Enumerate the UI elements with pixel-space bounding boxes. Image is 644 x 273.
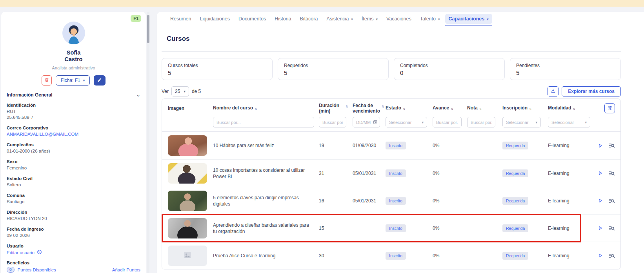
tab-bitacora[interactable]: Bitácora <box>297 14 322 24</box>
course-progress: 0% <box>433 253 467 258</box>
course-thumbnail <box>168 135 207 156</box>
caret-down-icon: ▾ <box>487 17 489 21</box>
sort-icon: ↑↓ <box>573 106 575 111</box>
info-general-section-header[interactable]: Información General ⌄ <box>7 92 140 98</box>
course-details-button[interactable] <box>609 198 615 204</box>
column-header-fecha-de-vencimiento[interactable]: Fecha de vencimiento↑↓ <box>353 103 386 114</box>
filter-input-nota[interactable] <box>467 117 495 127</box>
course-details-button[interactable] <box>609 253 615 258</box>
tab-documentos[interactable]: Documentos <box>235 14 269 24</box>
column-header-inscripcion[interactable]: Inscripción↑↓ <box>502 105 548 111</box>
scrollbar-thumb[interactable] <box>147 15 149 43</box>
field-label: Estado Civil <box>7 176 140 181</box>
caret-down-icon: ▾ <box>438 17 440 21</box>
status-badge: Inscrito <box>386 142 406 149</box>
play-course-button[interactable] <box>598 226 603 231</box>
ban-icon <box>37 249 42 255</box>
inscription-badge: Requerida <box>502 169 528 177</box>
file-number-badge: F1 <box>131 15 141 22</box>
edit-employee-button[interactable] <box>94 75 106 86</box>
field-label: Cumpleaños <box>7 142 140 147</box>
puntos-disponibles-link[interactable]: 0 Puntos Disponibles <box>7 267 56 273</box>
editar-usuario-link[interactable]: Editar usuario <box>7 249 140 255</box>
tab-asistencia[interactable]: Asistencia▾ <box>323 14 357 24</box>
stat-label: Cursos totales <box>168 63 266 68</box>
sort-icon: ↑↓ <box>346 104 347 109</box>
column-header-nombre-del-curso[interactable]: Nombre del curso↑↓ <box>213 105 319 111</box>
employee-sidebar: F1 Sofia Castro Analista administrativo <box>1 12 146 273</box>
field-cumpleanos: Cumpleaños01-01-2000 (26 años) <box>7 142 140 154</box>
table-row: Aprendiendo a diseñar bandas salariales … <box>162 214 620 242</box>
stat-value: 5 <box>516 69 615 76</box>
course-details-button[interactable] <box>609 143 615 148</box>
filter-input-nombre-del-curso[interactable] <box>213 117 314 127</box>
sort-icon: ↑↓ <box>382 104 384 109</box>
tab-talento[interactable]: Talento▾ <box>417 14 444 24</box>
anadir-puntos-link[interactable]: Añadir Puntos <box>112 268 140 272</box>
column-header-avance[interactable]: Avance↑↓ <box>433 105 467 111</box>
play-course-button[interactable] <box>598 143 603 148</box>
stats-row: Cursos totales5Requeridos5Completados0Pe… <box>162 58 621 80</box>
field-fecha-de-ingreso: Fecha de Ingreso09-02-2026 <box>7 227 140 238</box>
caret-down-icon: ▾ <box>422 120 424 124</box>
explore-courses-button[interactable]: Explorar más cursos <box>562 86 621 96</box>
play-course-button[interactable] <box>598 171 603 176</box>
field-direccion: DirecciónRICARDO LYON 20 <box>7 210 140 222</box>
course-details-button[interactable] <box>609 171 615 176</box>
filter-select-modalidad[interactable]: Seleccionar▾ <box>548 117 590 127</box>
delete-employee-button[interactable] <box>42 75 52 86</box>
column-header-modalidad[interactable]: Modalidad↑↓ <box>548 105 595 111</box>
inscription-badge: Requerida <box>502 252 528 260</box>
tab-historia[interactable]: Historia <box>271 14 295 24</box>
page-size-select[interactable]: 25 ▾ <box>171 86 189 96</box>
field-label: Dirección <box>7 210 140 215</box>
employee-role: Analista administrativo <box>7 66 140 70</box>
caret-down-icon: ▾ <box>585 120 587 124</box>
filter-select-inscripcion[interactable]: Seleccionar▾ <box>502 117 541 127</box>
course-thumbnail-placeholder <box>168 246 207 266</box>
field-identificacion: IdentificaciónRUT25.645.589-7 <box>7 103 140 120</box>
ficha-dropdown[interactable]: Ficha: F1 ▾ <box>56 75 90 86</box>
pencil-icon <box>97 78 102 84</box>
stat-card-cursos-totales: Cursos totales5 <box>162 58 273 80</box>
play-course-button[interactable] <box>598 198 603 203</box>
tab-vacaciones[interactable]: Vacaciones <box>383 14 415 24</box>
sliders-icon <box>607 105 613 112</box>
tab-resumen[interactable]: Resumen <box>167 14 195 24</box>
inscription-badge: Requerida <box>502 142 528 149</box>
column-header-duracion-min[interactable]: Duración(min)↑↓ <box>319 103 353 114</box>
usuario-label: Usuario <box>7 244 140 248</box>
filter-input-duracion-min[interactable] <box>319 117 346 127</box>
inscription-badge: Requerida <box>502 197 528 205</box>
sort-icon: ↑↓ <box>529 106 531 111</box>
filter-input-avance[interactable] <box>433 117 462 127</box>
field-value: 01-01-2000 (26 años) <box>7 148 140 154</box>
tab-liquidaciones[interactable]: Liquidaciones <box>196 14 233 24</box>
email-link[interactable]: ANMARIDAVALILLO@GMAIL.COM <box>7 131 140 137</box>
status-badge: Inscrito <box>386 197 406 205</box>
course-duration: 19 <box>319 143 353 148</box>
points-count-badge: 0 <box>7 267 15 273</box>
image-placeholder-icon <box>184 252 191 260</box>
column-header-imagen: Imagen <box>168 106 213 111</box>
sidebar-scrollbar[interactable] <box>147 12 149 273</box>
tab-items[interactable]: Ítems▾ <box>358 14 381 24</box>
calendar-icon[interactable] <box>373 120 378 126</box>
tab-capacitaciones[interactable]: Capacitaciones▾ <box>445 14 492 24</box>
course-duration: 15 <box>319 226 353 231</box>
play-course-button[interactable] <box>598 253 603 258</box>
filter-select-estado[interactable]: Seleccionar▾ <box>386 117 427 127</box>
stat-card-pendientes: Pendientes5 <box>510 58 621 80</box>
download-button[interactable] <box>548 86 558 96</box>
course-details-button[interactable] <box>609 226 615 231</box>
table-row: Prueba Alice Curso e-learning30Inscrito0… <box>162 242 620 269</box>
stat-value: 5 <box>284 69 382 76</box>
course-modality: E-learning <box>548 226 595 231</box>
column-header-nota[interactable]: Nota↑↓ <box>467 105 502 111</box>
field-label: Identificación <box>7 103 140 107</box>
caret-down-icon: ▾ <box>535 120 537 124</box>
column-settings-button[interactable] <box>604 103 615 113</box>
table-body: 10 Hábitos para ser más feliz1901/09/203… <box>162 132 620 269</box>
download-icon <box>551 88 556 95</box>
column-header-estado[interactable]: Estado↑↓ <box>386 105 433 111</box>
